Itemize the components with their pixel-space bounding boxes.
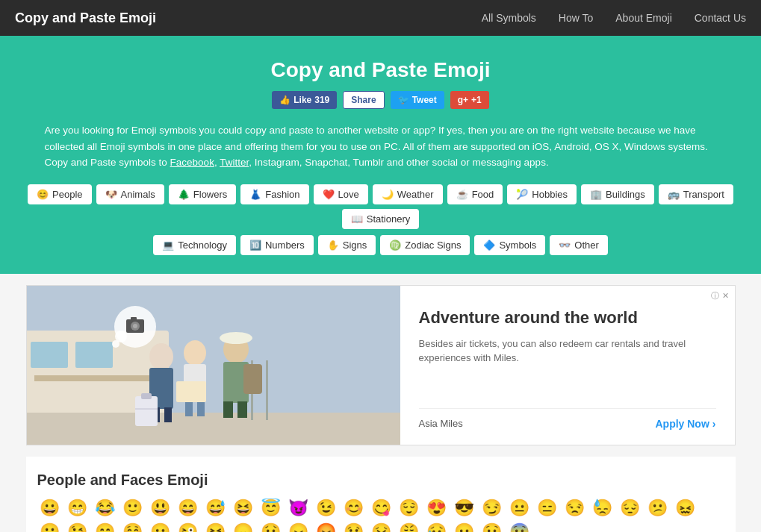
emoji-item[interactable]: 😗 (37, 522, 62, 532)
nav-how-to[interactable]: How To (559, 12, 593, 24)
emoji-item[interactable]: 😝 (203, 522, 228, 532)
cat-flowers[interactable]: 🌲 Flowers (169, 184, 237, 204)
google-plus-button[interactable]: g+ +1 (450, 91, 489, 109)
ad-info[interactable]: ⓘ ✕ (711, 290, 729, 301)
emoji-row-1: 😀 😁 😂 🙂 😃 😄 😅 😆 😇 😈 😉 😊 😋 😌 😍 😎 😏 😐 😑 (37, 498, 724, 532)
nav-about-emoji[interactable]: About Emoji (615, 12, 671, 24)
emoji-item[interactable]: 😙 (93, 522, 117, 532)
svg-rect-25 (176, 381, 206, 402)
hero-description: Are you looking for Emoji symbols you co… (45, 122, 717, 171)
cat-numbers[interactable]: 🔟 Numbers (240, 235, 314, 255)
twitter-tweet-button[interactable]: 🐦 Tweet (391, 91, 444, 109)
emoji-item[interactable]: 😧 (479, 522, 504, 532)
emoji-item[interactable]: 😨 (507, 522, 532, 532)
cat-fashion[interactable]: 👗 Fashion (240, 184, 308, 204)
tweet-label: Tweet (412, 95, 437, 105)
cat-food[interactable]: ☕ Food (447, 184, 503, 204)
svg-point-12 (184, 340, 206, 366)
cat-animals[interactable]: 🐶 Animals (96, 184, 164, 204)
ad-text: Besides air tickets, you can also redeem… (419, 337, 716, 366)
emoji-item[interactable]: 😂 (93, 498, 117, 519)
emoji-item[interactable]: 😑 (535, 498, 559, 519)
emoji-item[interactable]: 😠 (286, 522, 311, 532)
cat-symbols[interactable]: 🔷 Symbols (474, 235, 545, 255)
emoji-item[interactable]: 😐 (507, 498, 532, 519)
cat-weather[interactable]: 🌙 Weather (373, 184, 443, 204)
emoji-item[interactable]: 😔 (618, 498, 642, 519)
hero-title: Copy and Paste Emoji (15, 58, 746, 82)
emoji-item[interactable]: 😆 (231, 498, 255, 519)
emoji-item[interactable]: 😢 (341, 522, 366, 532)
fb-like-label: Like (293, 95, 311, 105)
emoji-item[interactable]: 😚 (120, 522, 145, 532)
emoji-item[interactable]: 😘 (65, 522, 90, 532)
emoji-item[interactable]: 😟 (258, 522, 283, 532)
emoji-item[interactable]: 😓 (590, 498, 615, 519)
chevron-right-icon: › (712, 418, 716, 430)
cat-zodiac[interactable]: ♍ Zodiac Signs (380, 235, 470, 255)
emoji-item[interactable]: 😌 (397, 498, 421, 519)
cat-buildings[interactable]: 🏢 Buildings (581, 184, 654, 204)
svg-rect-4 (34, 375, 169, 381)
emoji-item[interactable]: 😅 (203, 498, 228, 519)
twitter-link[interactable]: Twitter (220, 157, 249, 168)
emoji-item[interactable]: 😤 (397, 522, 421, 532)
emoji-item[interactable]: 🙂 (120, 498, 145, 519)
cat-love[interactable]: ❤️ Love (314, 184, 368, 204)
cat-transport[interactable]: 🚌 Transport (659, 184, 733, 204)
svg-rect-32 (131, 317, 137, 320)
emoji-item[interactable]: 😁 (65, 498, 90, 519)
facebook-link[interactable]: Facebook (170, 157, 214, 168)
facebook-like-button[interactable]: 👍 Like 319 (272, 91, 337, 109)
emoji-item[interactable]: 😍 (424, 498, 449, 519)
emoji-item[interactable]: 😖 (673, 498, 698, 519)
cat-signs[interactable]: ✋ Signs (318, 235, 376, 255)
emoji-item[interactable]: 😡 (314, 522, 338, 532)
emoji-item[interactable]: 😛 (148, 522, 173, 532)
facebook-share-button[interactable]: Share (343, 91, 384, 109)
ad-cta-button[interactable]: Apply Now › (655, 418, 715, 430)
ad-content: Adventure around the world Besides air t… (400, 286, 735, 445)
emoji-item[interactable]: 😥 (424, 522, 449, 532)
emoji-item[interactable]: 😀 (37, 498, 62, 519)
svg-point-28 (112, 340, 119, 348)
emoji-item[interactable]: 😞 (231, 522, 255, 532)
fb-like-icon: 👍 (279, 95, 291, 105)
cat-hobbies[interactable]: 🎾 Hobbies (507, 184, 577, 204)
emoji-item[interactable]: 😊 (341, 498, 366, 519)
nav-all-symbols[interactable]: All Symbols (482, 12, 536, 24)
emoji-item[interactable]: 😇 (258, 498, 283, 519)
svg-rect-23 (141, 393, 152, 399)
svg-point-17 (220, 332, 252, 344)
emoji-item[interactable]: 😈 (286, 498, 311, 519)
ad-close-icon[interactable]: ✕ (722, 291, 729, 301)
cat-stationery[interactable]: 📖 Stationery (342, 209, 420, 229)
emoji-item[interactable]: 😏 (479, 498, 504, 519)
emoji-item[interactable]: 😎 (452, 498, 476, 519)
category-buttons-row2: 💻 Technology 🔟 Numbers ✋ Signs ♍ Zodiac … (15, 235, 746, 255)
svg-rect-15 (197, 400, 205, 416)
ad-info-icon[interactable]: ⓘ (711, 290, 719, 301)
emoji-item[interactable]: 😜 (176, 522, 200, 532)
people-emoji-section: People and Faces Emoji 😀 😁 😂 🙂 😃 😄 😅 😆 😇… (26, 457, 736, 532)
svg-rect-11 (164, 407, 172, 422)
navbar-links: All Symbols How To About Emoji Contact U… (482, 12, 746, 24)
ad-brand: Asia Miles (419, 418, 463, 429)
cat-technology[interactable]: 💻 Technology (153, 235, 236, 255)
svg-rect-22 (135, 396, 158, 426)
navbar-brand[interactable]: Copy and Paste Emoji (15, 10, 156, 26)
svg-rect-14 (185, 400, 193, 416)
emoji-item[interactable]: 😄 (176, 498, 200, 519)
emoji-item[interactable]: 😒 (562, 498, 587, 519)
emoji-item[interactable]: 😉 (314, 498, 338, 519)
svg-point-31 (133, 324, 137, 328)
emoji-item[interactable]: 😣 (369, 522, 394, 532)
emoji-item[interactable]: 😦 (452, 522, 476, 532)
emoji-item[interactable]: 😋 (369, 498, 394, 519)
emoji-item[interactable]: 😃 (148, 498, 173, 519)
cat-other[interactable]: 👓 Other (550, 235, 608, 255)
emoji-item[interactable]: 😕 (645, 498, 670, 519)
nav-contact-us[interactable]: Contact Us (695, 12, 746, 24)
cat-people[interactable]: 😊 People (28, 184, 91, 204)
svg-rect-19 (243, 364, 262, 394)
